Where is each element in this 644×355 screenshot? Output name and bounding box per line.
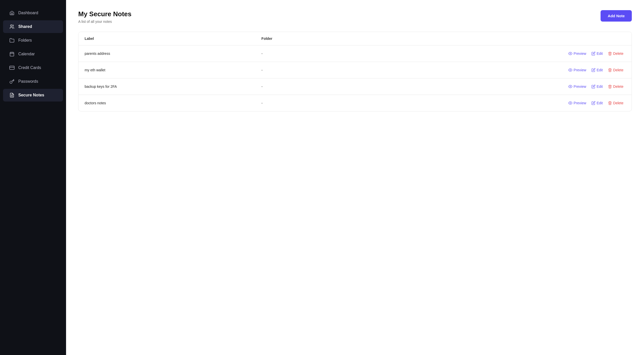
delete-button[interactable]: Delete: [606, 100, 625, 106]
cell-folder: -: [255, 78, 347, 95]
preview-button[interactable]: Preview: [566, 50, 588, 57]
sidebar: Dashboard Shared Folders Calendar Credit…: [0, 0, 66, 355]
sidebar-item-calendar-label: Calendar: [18, 52, 35, 56]
eye-icon: [568, 84, 572, 89]
folder-icon: [9, 38, 15, 43]
svg-point-0: [10, 25, 12, 27]
cell-label: parents address: [78, 45, 255, 62]
cell-actions: Preview Edit: [347, 78, 632, 95]
delete-button[interactable]: Delete: [606, 50, 625, 57]
sidebar-item-folders-label: Folders: [18, 38, 32, 43]
sidebar-item-passwords[interactable]: Passwords: [3, 75, 63, 88]
svg-rect-5: [10, 66, 14, 69]
notes-table: Label Folder parents address - Preview: [78, 32, 632, 111]
edit-button[interactable]: Edit: [589, 67, 605, 73]
svg-point-10: [570, 70, 571, 71]
eye-icon: [568, 68, 572, 72]
trash-icon: [608, 52, 612, 56]
edit-button[interactable]: Edit: [589, 100, 605, 106]
page-title-block: My Secure Notes A list of all your notes: [78, 10, 132, 24]
edit-icon: [591, 84, 595, 89]
add-note-button[interactable]: Add Note: [601, 10, 632, 22]
main-content: My Secure Notes A list of all your notes…: [66, 0, 644, 355]
edit-icon: [591, 101, 595, 105]
sidebar-item-secure-notes[interactable]: Secure Notes: [3, 89, 63, 102]
trash-icon: [608, 101, 612, 105]
sidebar-item-credit-cards[interactable]: Credit Cards: [3, 61, 63, 74]
table-header: Label Folder: [78, 32, 632, 45]
table-row: my eth wallet - Preview Edit: [78, 62, 632, 78]
sidebar-item-dashboard-label: Dashboard: [18, 11, 38, 15]
sidebar-item-passwords-label: Passwords: [18, 79, 38, 84]
edit-button[interactable]: Edit: [589, 83, 605, 90]
calendar-icon: [9, 51, 15, 57]
cell-label: doctors notes: [78, 95, 255, 111]
preview-button[interactable]: Preview: [566, 100, 588, 106]
home-icon: [9, 10, 15, 16]
table-row: parents address - Preview Edit: [78, 45, 632, 62]
table-body: parents address - Preview Edit: [78, 45, 632, 111]
page-header: My Secure Notes A list of all your notes…: [78, 10, 632, 24]
edit-icon: [591, 52, 595, 56]
edit-icon: [591, 68, 595, 72]
svg-point-12: [570, 103, 571, 104]
eye-icon: [568, 52, 572, 56]
notes-table-container: Label Folder parents address - Preview: [78, 32, 632, 111]
table-row: doctors notes - Preview Edit: [78, 95, 632, 111]
cell-actions: Preview Edit: [347, 45, 632, 62]
sidebar-item-shared[interactable]: Shared: [3, 20, 63, 33]
sidebar-item-shared-label: Shared: [18, 24, 32, 29]
trash-icon: [608, 84, 612, 89]
preview-button[interactable]: Preview: [566, 83, 588, 90]
delete-button[interactable]: Delete: [606, 67, 625, 73]
svg-point-9: [570, 53, 571, 54]
table-row: backup keys for 2FA - Preview Edit: [78, 78, 632, 95]
edit-button[interactable]: Edit: [589, 50, 605, 57]
credit-card-icon: [9, 65, 15, 71]
users-icon: [9, 24, 15, 29]
page-subtitle: A list of all your notes: [78, 20, 132, 24]
sidebar-item-credit-cards-label: Credit Cards: [18, 65, 41, 70]
cell-folder: -: [255, 45, 347, 62]
col-header-actions: [347, 32, 632, 45]
cell-folder: -: [255, 62, 347, 78]
sidebar-item-calendar[interactable]: Calendar: [3, 48, 63, 60]
svg-point-11: [570, 86, 571, 87]
cell-actions: Preview Edit: [347, 95, 632, 111]
eye-icon: [568, 101, 572, 105]
key-icon: [9, 79, 15, 84]
note-icon: [9, 92, 15, 98]
trash-icon: [608, 68, 612, 72]
col-header-label: Label: [78, 32, 255, 45]
svg-rect-1: [10, 52, 14, 56]
sidebar-item-dashboard[interactable]: Dashboard: [3, 7, 63, 19]
cell-actions: Preview Edit: [347, 62, 632, 78]
cell-label: my eth wallet: [78, 62, 255, 78]
preview-button[interactable]: Preview: [566, 67, 588, 73]
cell-folder: -: [255, 95, 347, 111]
page-title: My Secure Notes: [78, 10, 132, 18]
sidebar-item-folders[interactable]: Folders: [3, 34, 63, 47]
col-header-folder: Folder: [255, 32, 347, 45]
cell-label: backup keys for 2FA: [78, 78, 255, 95]
sidebar-item-secure-notes-label: Secure Notes: [18, 93, 44, 97]
delete-button[interactable]: Delete: [606, 83, 625, 90]
